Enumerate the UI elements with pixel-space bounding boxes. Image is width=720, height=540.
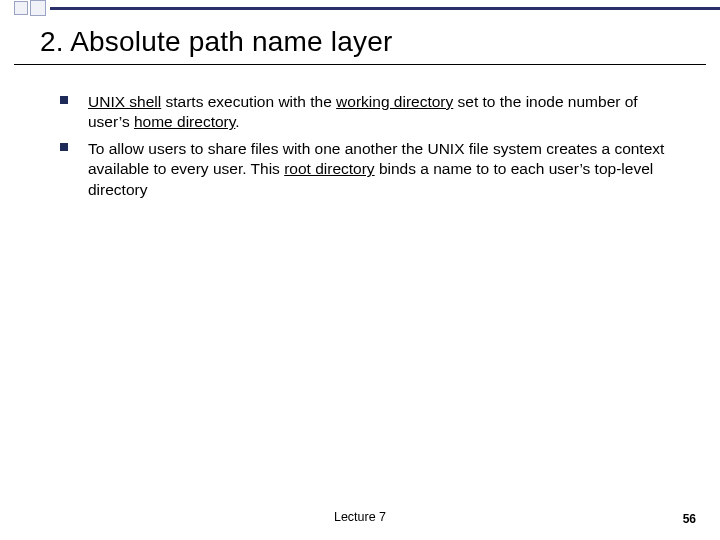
ornament-square-small [14,1,28,15]
slide-top-ornament [0,0,720,18]
slide: 2. Absolute path name layer UNIX shell s… [0,0,720,540]
slide-title: 2. Absolute path name layer [40,26,393,58]
title-underline [14,64,706,65]
footer-lecture-label: Lecture 7 [0,510,720,524]
page-number: 56 [683,512,696,526]
list-item: To allow users to share files with one a… [60,139,680,200]
ornament-rule [50,7,720,10]
list-item-text: To allow users to share files with one a… [88,139,680,200]
slide-body: UNIX shell starts execution with the wor… [60,92,680,206]
list-item: UNIX shell starts execution with the wor… [60,92,680,133]
bullet-square-icon [60,92,88,133]
bullet-square-icon [60,139,88,200]
list-item-text: UNIX shell starts execution with the wor… [88,92,680,133]
ornament-square-large [30,0,46,16]
